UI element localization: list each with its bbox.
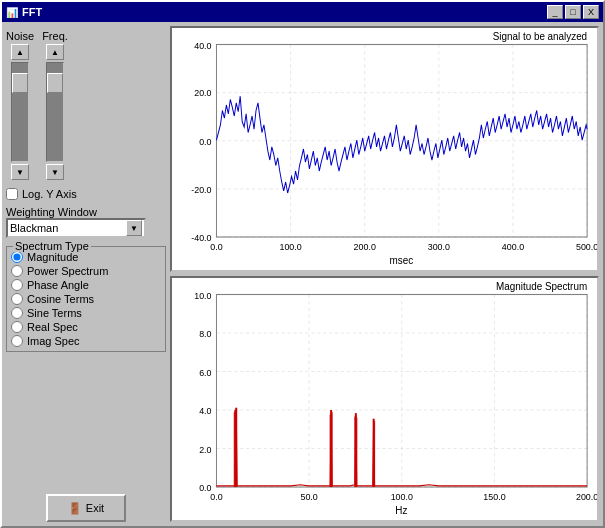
spectrum-type-group: Spectrum Type Magnitude Power Spectrum P… bbox=[6, 246, 166, 352]
weighting-window-value: Blackman bbox=[10, 222, 58, 234]
radio-cosine-terms-input[interactable] bbox=[11, 293, 23, 305]
svg-text:150.0: 150.0 bbox=[483, 491, 505, 503]
exit-button[interactable]: 🚪 Exit bbox=[46, 494, 126, 522]
svg-text:20.0: 20.0 bbox=[194, 87, 211, 99]
svg-text:0.0: 0.0 bbox=[210, 491, 222, 503]
freq-down-button[interactable]: ▼ bbox=[46, 164, 64, 180]
sliders-row: Noise ▲ ▼ Freq. ▲ ▼ bbox=[6, 26, 166, 184]
minimize-button[interactable]: _ bbox=[547, 5, 563, 19]
svg-text:6.0: 6.0 bbox=[199, 366, 211, 378]
svg-text:0.0: 0.0 bbox=[199, 135, 211, 147]
svg-text:8.0: 8.0 bbox=[199, 328, 211, 340]
dropdown-arrow-icon: ▼ bbox=[126, 220, 142, 236]
signal-chart: 40.0 20.0 0.0 -20.0 -40.0 0.0 100.0 200.… bbox=[170, 26, 599, 272]
radio-phase-angle-input[interactable] bbox=[11, 279, 23, 291]
noise-slider-track[interactable] bbox=[11, 62, 29, 162]
window-title: FFT bbox=[22, 6, 42, 18]
svg-text:Hz: Hz bbox=[395, 505, 407, 517]
radio-imag-spec-label: Imag Spec bbox=[27, 335, 80, 347]
log-y-axis-row: Log. Y Axis bbox=[6, 188, 166, 200]
radio-imag-spec: Imag Spec bbox=[11, 335, 161, 347]
svg-rect-0 bbox=[172, 28, 597, 270]
radio-real-spec: Real Spec bbox=[11, 321, 161, 333]
freq-up-button[interactable]: ▲ bbox=[46, 44, 64, 60]
svg-text:200.0: 200.0 bbox=[354, 241, 376, 253]
radio-phase-angle: Phase Angle bbox=[11, 279, 161, 291]
radio-power-spectrum-input[interactable] bbox=[11, 265, 23, 277]
weighting-window-dropdown[interactable]: Blackman ▼ bbox=[6, 218, 146, 238]
radio-sine-terms-input[interactable] bbox=[11, 307, 23, 319]
svg-text:40.0: 40.0 bbox=[194, 39, 211, 51]
radio-cosine-terms: Cosine Terms bbox=[11, 293, 161, 305]
svg-text:400.0: 400.0 bbox=[502, 241, 524, 253]
exit-label: Exit bbox=[86, 502, 104, 514]
svg-text:msec: msec bbox=[390, 255, 414, 267]
radio-power-spectrum-label: Power Spectrum bbox=[27, 265, 108, 277]
svg-text:2.0: 2.0 bbox=[199, 443, 211, 455]
spectrum-type-label: Spectrum Type bbox=[13, 240, 91, 252]
radio-power-spectrum: Power Spectrum bbox=[11, 265, 161, 277]
radio-magnitude: Magnitude bbox=[11, 251, 161, 263]
magnitude-chart: 10.0 8.0 6.0 4.0 2.0 0.0 0.0 50.0 100.0 … bbox=[170, 276, 599, 522]
right-panel: 40.0 20.0 0.0 -20.0 -40.0 0.0 100.0 200.… bbox=[170, 26, 599, 522]
freq-slider-col: Freq. ▲ ▼ bbox=[42, 30, 68, 180]
noise-slider-col: Noise ▲ ▼ bbox=[6, 30, 34, 180]
fft-icon: 📊 bbox=[6, 7, 18, 18]
radio-sine-terms-label: Sine Terms bbox=[27, 307, 82, 319]
radio-cosine-terms-label: Cosine Terms bbox=[27, 293, 94, 305]
freq-slider-thumb[interactable] bbox=[47, 73, 63, 93]
svg-text:200.0: 200.0 bbox=[576, 491, 597, 503]
radio-real-spec-label: Real Spec bbox=[27, 321, 78, 333]
svg-text:-20.0: -20.0 bbox=[191, 184, 211, 196]
svg-text:50.0: 50.0 bbox=[300, 491, 317, 503]
svg-text:-40.0: -40.0 bbox=[191, 232, 211, 244]
svg-text:0.0: 0.0 bbox=[210, 241, 222, 253]
svg-text:4.0: 4.0 bbox=[199, 405, 211, 417]
freq-label: Freq. bbox=[42, 30, 68, 42]
exit-icon: 🚪 bbox=[68, 502, 82, 515]
log-y-axis-label: Log. Y Axis bbox=[22, 188, 77, 200]
weighting-window-section: Weighting Window Blackman ▼ bbox=[6, 206, 166, 238]
radio-imag-spec-input[interactable] bbox=[11, 335, 23, 347]
radio-magnitude-label: Magnitude bbox=[27, 251, 78, 263]
svg-text:10.0: 10.0 bbox=[194, 289, 211, 301]
noise-up-button[interactable]: ▲ bbox=[11, 44, 29, 60]
radio-sine-terms: Sine Terms bbox=[11, 307, 161, 319]
maximize-button[interactable]: □ bbox=[565, 5, 581, 19]
close-button[interactable]: X bbox=[583, 5, 599, 19]
noise-label: Noise bbox=[6, 30, 34, 42]
svg-text:Signal to be analyzed: Signal to be analyzed bbox=[493, 31, 588, 43]
svg-text:100.0: 100.0 bbox=[279, 241, 301, 253]
signal-chart-svg: 40.0 20.0 0.0 -20.0 -40.0 0.0 100.0 200.… bbox=[172, 28, 597, 270]
left-panel: Noise ▲ ▼ Freq. ▲ ▼ bbox=[6, 26, 166, 522]
svg-text:Magnitude Spectrum: Magnitude Spectrum bbox=[496, 281, 587, 293]
main-window: 📊 FFT _ □ X Noise ▲ ▼ Freq. bbox=[0, 0, 605, 528]
noise-slider-thumb[interactable] bbox=[12, 73, 28, 93]
title-bar: 📊 FFT _ □ X bbox=[2, 2, 603, 22]
radio-magnitude-input[interactable] bbox=[11, 251, 23, 263]
svg-text:500.0: 500.0 bbox=[576, 241, 597, 253]
log-y-axis-checkbox[interactable] bbox=[6, 188, 18, 200]
magnitude-chart-svg: 10.0 8.0 6.0 4.0 2.0 0.0 0.0 50.0 100.0 … bbox=[172, 278, 597, 520]
svg-text:300.0: 300.0 bbox=[428, 241, 450, 253]
freq-slider-track[interactable] bbox=[46, 62, 64, 162]
noise-down-button[interactable]: ▼ bbox=[11, 164, 29, 180]
radio-real-spec-input[interactable] bbox=[11, 321, 23, 333]
spectrum-type-radio-group: Magnitude Power Spectrum Phase Angle Cos… bbox=[11, 251, 161, 347]
svg-text:100.0: 100.0 bbox=[391, 491, 413, 503]
radio-phase-angle-label: Phase Angle bbox=[27, 279, 89, 291]
weighting-window-label: Weighting Window bbox=[6, 206, 166, 218]
